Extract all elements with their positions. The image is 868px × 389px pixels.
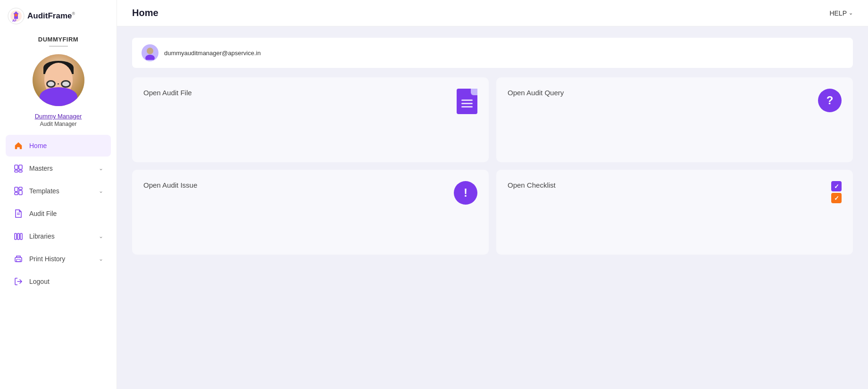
open-audit-file-label: Open Audit File xyxy=(143,89,192,97)
checklist-icon: ✓ ✓ xyxy=(831,181,842,203)
svg-rect-11 xyxy=(19,190,22,195)
audit-file-icon xyxy=(13,208,24,219)
print-history-icon xyxy=(13,254,24,264)
avatar-body xyxy=(40,87,77,106)
page-title: Home xyxy=(132,8,159,18)
sidebar-item-libraries[interactable]: Libraries ⌄ xyxy=(6,225,111,247)
content-area: dummyauditmanager@apservice.in Open Audi… xyxy=(117,26,868,389)
masters-chevron-icon: ⌄ xyxy=(99,165,103,172)
auditframe-logo-icon: AF xyxy=(8,8,25,25)
divider xyxy=(49,46,68,47)
main-content: Home HELP ⌄ dummyauditmanager@apservice.… xyxy=(117,0,868,389)
svg-rect-5 xyxy=(19,165,22,169)
svg-rect-6 xyxy=(15,170,18,172)
libraries-chevron-icon: ⌄ xyxy=(99,233,103,240)
user-role: Audit Manager xyxy=(40,121,76,127)
avatar-glasses-right xyxy=(61,80,70,88)
svg-point-2 xyxy=(15,14,17,17)
avatar-glasses-bridge xyxy=(58,83,59,84)
templates-icon xyxy=(13,186,24,196)
sidebar-item-masters-label: Masters xyxy=(29,165,93,172)
doc-lines xyxy=(461,96,473,108)
sidebar-item-home[interactable]: Home xyxy=(6,135,111,157)
firm-name: DUMMYFIRM xyxy=(38,36,78,43)
svg-rect-7 xyxy=(19,170,22,172)
checklist-box-purple: ✓ xyxy=(831,181,842,191)
dashboard-cards-grid: Open Audit File Open Audit Query ? xyxy=(132,77,853,255)
sidebar-item-libraries-label: Libraries xyxy=(29,232,93,240)
open-audit-file-card[interactable]: Open Audit File xyxy=(132,77,489,162)
topbar: Home HELP ⌄ xyxy=(117,0,868,26)
user-info-bar: dummyauditmanager@apservice.in xyxy=(132,38,853,68)
app-name: AuditFrame® xyxy=(27,11,75,21)
question-symbol: ? xyxy=(826,94,834,107)
nav-menu: Home Masters ⌄ xyxy=(0,135,117,293)
avatar-glasses-left xyxy=(46,80,56,88)
svg-rect-9 xyxy=(19,187,22,190)
masters-icon xyxy=(13,163,24,174)
question-mark-icon: ? xyxy=(818,89,842,112)
audit-file-doc-icon xyxy=(457,89,477,114)
user-info-avatar xyxy=(142,44,159,61)
sidebar-item-logout-label: Logout xyxy=(29,278,103,285)
sidebar-item-audit-file-label: Audit File xyxy=(29,210,103,217)
sidebar-item-print-history[interactable]: Print History ⌄ xyxy=(6,248,111,270)
doc-line-2 xyxy=(461,103,473,104)
sidebar-item-audit-file[interactable]: Audit File xyxy=(6,203,111,224)
user-email: dummyauditmanager@apservice.in xyxy=(164,50,261,57)
sidebar-item-masters[interactable]: Masters ⌄ xyxy=(6,157,111,179)
doc-line-3 xyxy=(461,106,473,108)
help-label: HELP xyxy=(829,9,847,17)
svg-rect-14 xyxy=(15,233,17,240)
doc-line-1 xyxy=(461,99,473,101)
open-audit-query-card[interactable]: Open Audit Query ? xyxy=(496,77,853,162)
sidebar-item-home-label: Home xyxy=(29,142,103,149)
open-checklist-label: Open Checklist xyxy=(508,181,556,189)
exclamation-symbol: ! xyxy=(464,186,467,199)
logout-icon xyxy=(13,276,24,287)
open-audit-issue-card[interactable]: Open Audit Issue ! xyxy=(132,170,489,255)
print-history-chevron-icon: ⌄ xyxy=(99,256,103,262)
open-checklist-card[interactable]: Open Checklist ✓ ✓ xyxy=(496,170,853,255)
svg-text:AF: AF xyxy=(12,19,17,22)
sidebar-item-templates[interactable]: Templates ⌄ xyxy=(6,180,111,202)
open-audit-issue-label: Open Audit Issue xyxy=(143,181,197,189)
logo-area: AF AuditFrame® xyxy=(0,8,117,32)
sidebar-item-logout[interactable]: Logout xyxy=(6,271,111,292)
svg-point-20 xyxy=(145,55,155,60)
svg-rect-8 xyxy=(15,187,18,191)
help-button[interactable]: HELP ⌄ xyxy=(829,9,853,17)
svg-rect-10 xyxy=(15,192,18,195)
checklist-box-orange: ✓ xyxy=(831,193,842,203)
exclamation-mark-icon: ! xyxy=(454,181,477,205)
sidebar-item-templates-label: Templates xyxy=(29,187,93,195)
sidebar: AF AuditFrame® DUMMYFIRM Dummy Manager A… xyxy=(0,0,117,389)
avatar xyxy=(33,54,84,106)
user-name-link[interactable]: Dummy Manager xyxy=(35,113,82,120)
help-chevron-icon: ⌄ xyxy=(849,10,853,16)
svg-point-19 xyxy=(147,48,153,54)
templates-chevron-icon: ⌄ xyxy=(99,188,103,194)
open-audit-query-label: Open Audit Query xyxy=(508,89,564,97)
svg-rect-16 xyxy=(20,233,22,240)
svg-rect-4 xyxy=(15,165,18,169)
libraries-icon xyxy=(13,231,24,241)
svg-rect-15 xyxy=(17,233,19,240)
home-icon xyxy=(13,141,24,151)
sidebar-item-print-history-label: Print History xyxy=(29,255,93,263)
